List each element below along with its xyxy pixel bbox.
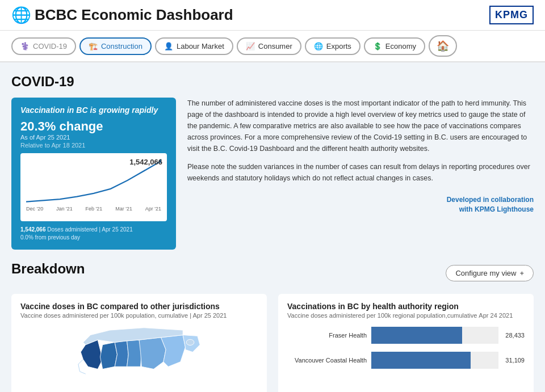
- nav-exports-label: Exports: [326, 42, 351, 50]
- canada-map-svg: [71, 324, 207, 392]
- nav-covid-label: COVID-19: [33, 42, 67, 50]
- nav-bar: ⚕️ COVID-19 🏗️ Construction 👤 Labour Mar…: [0, 31, 545, 62]
- charts-row: Vaccine doses in BC compared to other ju…: [11, 294, 534, 392]
- map-subtitle: Vaccine doses administered per 100k popu…: [20, 312, 258, 319]
- bar-fill: [371, 352, 471, 369]
- bar-container: [371, 327, 498, 344]
- map-placeholder: Doses per 100k 26,629 111,343: [20, 324, 258, 392]
- map-card: Vaccine doses in BC compared to other ju…: [11, 294, 267, 392]
- bar-subtitle-text: Vaccine doses administered per 100k regi…: [287, 312, 477, 319]
- covid-section-title: COVID-19: [11, 74, 534, 90]
- nav-consumer-label: Consumer: [258, 42, 292, 50]
- chart-label-jan: Jan '21: [56, 206, 73, 212]
- kpmg-logo: KPMG: [489, 6, 534, 24]
- app-title-text: BCBC Economic Dashboard: [35, 6, 233, 24]
- breakdown-title: Breakdown: [11, 261, 85, 277]
- bar-card: Vaccinations in BC by health authority r…: [278, 294, 534, 392]
- vaccine-chart: 1,542,066 Dec '20 Jan '21 Feb '21 Mar '2…: [20, 153, 167, 221]
- nav-economy-label: Economy: [385, 42, 416, 50]
- bar-date: Apr 24 2021: [479, 312, 513, 319]
- map-card-title: Vaccine doses in BC compared to other ju…: [20, 302, 258, 311]
- configure-label: Configure my view: [455, 269, 516, 277]
- vaccine-title-highlight: growing rapidly: [99, 106, 158, 115]
- covid-row: Vaccination in BC is growing rapidly 20.…: [11, 98, 534, 250]
- vaccine-change-date: As of Apr 25 2021: [20, 134, 167, 141]
- economy-icon: 💲: [373, 42, 382, 50]
- logo-icon: 🌐: [11, 6, 31, 24]
- nav-item-covid[interactable]: ⚕️ COVID-19: [11, 37, 76, 55]
- nav-labour-label: Labour Market: [177, 42, 224, 50]
- footer-label: Doses administered | Apr 25 2021: [47, 226, 132, 233]
- covid-info-text: The number of administered vaccine doses…: [187, 98, 534, 250]
- bar-label: Fraser Health: [287, 332, 367, 339]
- vaccine-card-title: Vaccination in BC is growing rapidly: [20, 106, 167, 115]
- bar-label: Vancouver Coastal Health: [287, 357, 367, 364]
- map-subtitle-text: Vaccine doses administered per 100k popu…: [20, 312, 188, 319]
- bar-card-title: Vaccinations in BC by health authority r…: [287, 302, 525, 311]
- svg-marker-2: [100, 342, 117, 369]
- svg-marker-1: [81, 340, 103, 369]
- nav-item-labour[interactable]: 👤 Labour Market: [155, 37, 233, 55]
- vaccine-title-start: Vaccination in BC is: [20, 106, 99, 115]
- svg-point-9: [186, 339, 194, 345]
- header: 🌐 BCBC Economic Dashboard KPMG: [0, 0, 545, 31]
- chart-label-feb: Feb '21: [86, 206, 103, 212]
- chart-peak-value: 1,542,066: [129, 158, 162, 166]
- labour-icon: 👤: [164, 42, 173, 50]
- bar-container: [371, 352, 498, 369]
- nav-home-button[interactable]: 🏠: [429, 35, 457, 57]
- bar-value: 31,109: [505, 357, 525, 364]
- chart-label-mar: Mar '21: [115, 206, 132, 212]
- chart-labels: Dec '20 Jan '21 Feb '21 Mar '21 Apr '21: [26, 206, 161, 212]
- nav-item-exports[interactable]: 🌐 Exports: [305, 37, 360, 55]
- configure-button[interactable]: Configure my view +: [446, 265, 534, 281]
- vaccine-card: Vaccination in BC is growing rapidly 20.…: [11, 98, 176, 250]
- nav-construction-label: Construction: [101, 42, 142, 50]
- svg-marker-5: [139, 338, 166, 369]
- consumer-icon: 📈: [246, 42, 255, 50]
- bar-row: Vancouver Coastal Health 31,109: [287, 352, 525, 369]
- bar-value: 28,433: [505, 332, 525, 339]
- nav-item-economy[interactable]: 💲 Economy: [364, 37, 425, 55]
- info-paragraph-1: The number of administered vaccine doses…: [187, 98, 534, 154]
- chart-label-apr: Apr '21: [145, 206, 161, 212]
- vaccine-change-relative: Relative to Apr 18 2021: [20, 142, 167, 149]
- footer-doses: 1,542,066: [20, 226, 46, 233]
- chart-label-dec: Dec '20: [26, 206, 43, 212]
- map-date: | Apr 25 2021: [190, 312, 227, 319]
- bar-chart-container: Fraser Health 28,433 Vancouver Coastal H…: [287, 327, 525, 369]
- main-content: COVID-19 Vaccination in BC is growing ra…: [0, 62, 545, 392]
- info-paragraph-2: Please note the sudden variances in the …: [187, 161, 534, 184]
- construction-icon: 🏗️: [89, 42, 98, 50]
- breakdown-header: Breakdown Configure my view +: [11, 261, 534, 285]
- bar-fill: [371, 327, 462, 344]
- vaccine-footer: 1,542,066 Doses administered | Apr 25 20…: [20, 226, 167, 242]
- app-title: 🌐 BCBC Economic Dashboard: [11, 6, 233, 24]
- bar-row: Fraser Health 28,433: [287, 327, 525, 344]
- collab-text: Developed in collaborationwith KPMG Ligh…: [187, 195, 534, 214]
- footer-prev: 0.0% from previous day: [20, 234, 80, 241]
- bar-subtitle: Vaccine doses administered per 100k regi…: [287, 312, 525, 319]
- svg-marker-3: [115, 341, 128, 366]
- exports-icon: 🌐: [314, 42, 323, 50]
- plus-icon: +: [519, 269, 524, 277]
- nav-item-consumer[interactable]: 📈 Consumer: [237, 37, 301, 55]
- nav-item-construction[interactable]: 🏗️ Construction: [79, 37, 152, 55]
- covid-icon: ⚕️: [20, 42, 30, 50]
- vaccine-change-value: 20.3% change: [20, 119, 167, 134]
